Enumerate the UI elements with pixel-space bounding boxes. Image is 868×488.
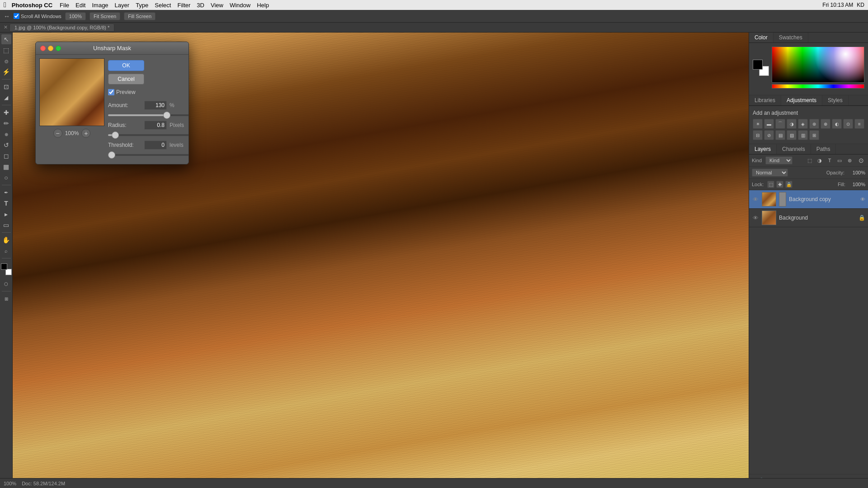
pen-tool[interactable]: ✒ (1, 188, 11, 197)
dialog-close-button[interactable] (40, 46, 46, 51)
rectangle-select-tool[interactable]: ⬚ (1, 45, 11, 55)
layer-item-background-copy[interactable]: 👁 Background copy 👁 (749, 190, 868, 209)
filter-adj-button[interactable]: ◑ (816, 156, 824, 164)
tab-swatches[interactable]: Swatches (774, 33, 808, 42)
eyedropper-tool[interactable]: ◢ (1, 93, 11, 103)
tab-adjustments[interactable]: Adjustments (781, 95, 822, 105)
opacity-value[interactable]: 100% (847, 170, 865, 175)
ok-button[interactable]: OK (108, 60, 144, 71)
blend-mode-select[interactable]: Normal Multiply Screen (752, 169, 788, 177)
layer-visibility-bg[interactable]: 👁 (752, 215, 759, 221)
adj-threshold[interactable]: ▧ (787, 130, 797, 140)
adj-bw[interactable]: ◐ (832, 119, 842, 129)
fit-screen-button[interactable]: Fit Screen (90, 12, 120, 20)
amount-input[interactable] (144, 101, 167, 110)
path-select-tool[interactable]: ▸ (1, 209, 11, 219)
kind-filter-select[interactable]: Kind Name Effect (765, 156, 793, 164)
filter-toggle[interactable]: ⊙ (857, 156, 865, 164)
threshold-slider-thumb[interactable] (108, 151, 115, 159)
zoom-out-button[interactable]: − (53, 129, 62, 138)
menu-select[interactable]: Select (155, 2, 171, 9)
adj-brightness[interactable]: ☀ (753, 119, 763, 129)
adj-channel-mixer[interactable]: ≡ (854, 119, 864, 129)
fill-screen-button[interactable]: Fill Screen (124, 12, 156, 20)
tab-libraries[interactable]: Libraries (749, 95, 781, 105)
menu-edit[interactable]: Edit (75, 2, 85, 9)
dialog-maximize-button[interactable] (56, 46, 61, 51)
app-name[interactable]: Photoshop CC (12, 2, 52, 9)
color-spectrum[interactable] (772, 47, 864, 83)
crop-tool[interactable]: ⊡ (1, 82, 11, 92)
dodge-tool[interactable]: ○ (1, 173, 11, 183)
adj-selective-color[interactable]: ⊞ (809, 130, 819, 140)
hand-tool[interactable]: ✋ (1, 235, 11, 245)
filter-pixel-button[interactable]: ⬚ (806, 156, 814, 164)
menu-window[interactable]: Window (230, 2, 250, 9)
radius-slider-thumb[interactable] (112, 131, 119, 139)
dialog-minimize-button[interactable] (48, 46, 53, 51)
cancel-button[interactable]: Cancel (108, 74, 144, 84)
adj-exposure[interactable]: ◑ (787, 119, 797, 129)
hue-strip[interactable] (772, 84, 864, 89)
foreground-color-swatch[interactable] (753, 60, 763, 70)
preview-checkbox[interactable] (108, 89, 114, 95)
scroll-all-checkbox[interactable] (14, 13, 19, 19)
adj-invert[interactable]: ⊘ (764, 130, 774, 140)
fg-bg-colors[interactable] (753, 60, 769, 76)
fg-color-swatch[interactable] (1, 263, 7, 270)
tab-color[interactable]: Color (749, 33, 774, 42)
menu-view[interactable]: View (211, 2, 223, 9)
adj-photo-filter[interactable]: ⊙ (843, 119, 853, 129)
threshold-input[interactable] (144, 141, 167, 150)
zoom-tool[interactable]: ⌕ (1, 246, 11, 256)
lock-pixels-button[interactable]: ⬚ (767, 181, 774, 188)
menu-type[interactable]: Type (136, 2, 148, 9)
eraser-tool[interactable]: ◻ (1, 151, 11, 161)
layer-item-background[interactable]: 👁 Background 🔒 (749, 209, 868, 227)
menu-file[interactable]: File (60, 2, 69, 9)
type-tool[interactable]: T (1, 198, 11, 208)
adj-curves[interactable]: ⌒ (775, 119, 785, 129)
history-brush-tool[interactable]: ↺ (1, 140, 11, 150)
canvas-area[interactable]: Unsharp Mask − 100% + OK Cancel (13, 33, 749, 488)
amount-slider-thumb[interactable] (163, 112, 170, 119)
bg-color-swatch[interactable] (5, 269, 12, 275)
clone-tool[interactable]: ⊕ (1, 129, 11, 139)
quick-mask-tool[interactable]: ⬡ (1, 279, 11, 289)
lock-position-button[interactable]: ✚ (776, 181, 783, 188)
adj-levels[interactable]: ▬ (764, 119, 774, 129)
tab-styles[interactable]: Styles (822, 95, 849, 105)
zoom-100-button[interactable]: 100% (65, 12, 86, 20)
adj-color-lookup[interactable]: ⊟ (753, 130, 763, 140)
menu-help[interactable]: Help (257, 2, 269, 9)
filter-shape-button[interactable]: ▭ (835, 156, 844, 164)
apple-menu[interactable]:  (4, 1, 6, 9)
gradient-tool[interactable]: ▦ (1, 162, 11, 172)
brush-tool[interactable]: ✏ (1, 118, 11, 128)
heal-tool[interactable]: ✚ (1, 108, 11, 117)
adj-vibrance[interactable]: ◈ (798, 119, 808, 129)
menu-layer[interactable]: Layer (115, 2, 130, 9)
adj-gradient-map[interactable]: ▥ (798, 130, 808, 140)
filter-type-button[interactable]: T (826, 156, 834, 164)
adj-color-balance[interactable]: ⊕ (821, 119, 830, 129)
fill-value[interactable]: 100% (847, 182, 865, 187)
zoom-in-button[interactable]: + (81, 129, 90, 138)
menu-3d[interactable]: 3D (197, 2, 204, 9)
document-tab[interactable]: 1.jpg @ 100% (Background copy, RGB/8) * (9, 23, 114, 32)
tab-close-icon[interactable]: ✕ (4, 24, 8, 30)
lock-all-button[interactable]: 🔒 (785, 181, 793, 188)
adj-posterize[interactable]: ▤ (775, 130, 785, 140)
tab-paths[interactable]: Paths (811, 144, 836, 154)
menu-filter[interactable]: Filter (177, 2, 190, 9)
color-swatches-toolbar[interactable] (0, 263, 13, 276)
filter-smart-button[interactable]: ⊛ (845, 156, 854, 164)
tab-layers[interactable]: Layers (749, 144, 777, 154)
preview-image[interactable] (39, 58, 104, 126)
screen-mode-button[interactable]: ⊞ (1, 294, 11, 304)
adj-hue-sat[interactable]: ⊛ (809, 119, 819, 129)
quick-select-tool[interactable]: ⚡ (1, 67, 11, 77)
lasso-tool[interactable]: ⌾ (1, 56, 11, 66)
shape-tool[interactable]: ▭ (1, 220, 11, 230)
layer-visibility-bg-copy[interactable]: 👁 (752, 196, 759, 203)
